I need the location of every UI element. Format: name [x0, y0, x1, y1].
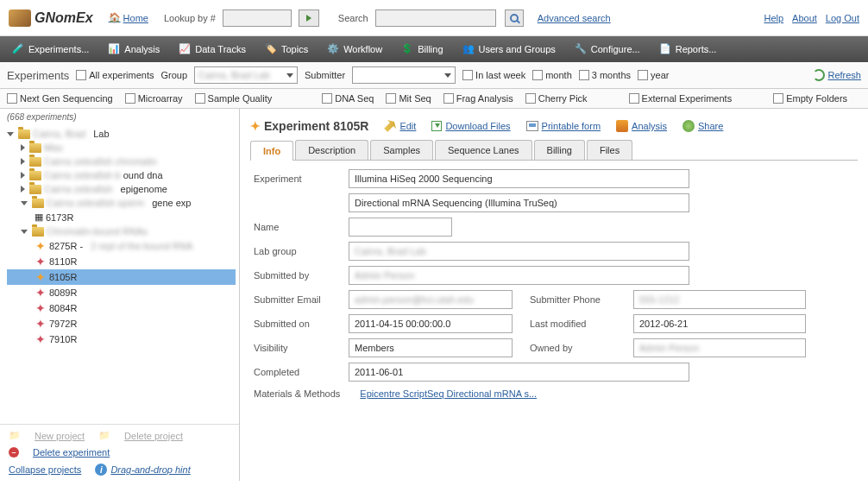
printable-form-link[interactable]: Printable form [526, 121, 601, 131]
submitted-by-field: Admin Person [349, 266, 689, 285]
nav-reports[interactable]: 📄Reports... [651, 37, 726, 61]
collapse-projects-link[interactable]: Collapse projects [9, 464, 81, 475]
submitter-phone-field: 555-1212 [633, 290, 806, 309]
nav-users-groups[interactable]: 👥Users and Groups [454, 37, 564, 61]
tree-item[interactable]: ✦8110R [7, 254, 236, 269]
nav-topics[interactable]: 🏷️Topics [256, 37, 317, 61]
advanced-search-link[interactable]: Advanced search [538, 13, 611, 23]
logout-link[interactable]: Log Out [826, 13, 859, 23]
experiment-label: Experiment [254, 174, 340, 184]
tree-item[interactable]: Cairns zebrafish chromatin [7, 155, 236, 168]
star-icon: ✦ [35, 271, 47, 283]
tag-icon: 🏷️ [265, 43, 277, 55]
help-link[interactable]: Help [764, 13, 783, 23]
tree-item[interactable]: ✦7910R [7, 331, 236, 347]
tree-lab-root[interactable]: Cairns, Brad Lab [7, 127, 236, 141]
lookup-go-button[interactable] [299, 9, 319, 27]
three-months-checkbox[interactable]: 3 months [579, 70, 631, 80]
tree-item[interactable]: Cairns zebrafish epigenome [7, 182, 236, 196]
download-files-link[interactable]: Download Files [431, 121, 510, 131]
folder-icon [29, 157, 41, 167]
home-link[interactable]: 🏠 Home [109, 12, 148, 23]
analysis-link[interactable]: Analysis [616, 120, 667, 132]
last-week-checkbox[interactable]: In last week [462, 70, 525, 80]
nav-billing[interactable]: 💲Billing [393, 37, 451, 61]
new-folder-icon: 📁 [9, 430, 21, 441]
share-icon [682, 120, 695, 132]
edit-link[interactable]: Edit [384, 120, 416, 132]
tree-item[interactable]: ✦8275R - 2 repl of the bound RNA [7, 238, 236, 254]
tab-samples[interactable]: Samples [370, 140, 433, 160]
lookup-input[interactable] [223, 9, 292, 27]
nav-workflow[interactable]: ⚙️Workflow [318, 37, 391, 61]
submitter-email-field: admin.person@hci.utah.edu [349, 290, 513, 309]
star-icon: ✦ [35, 302, 47, 314]
flask-icon: 🧪 [12, 43, 24, 55]
nav-configure[interactable]: 🔧Configure... [566, 37, 649, 61]
chevron-right-icon [21, 144, 25, 151]
tree-item[interactable]: Chromatin-bound RNAs [7, 224, 236, 238]
lab-group-label: Lab group [254, 246, 340, 256]
chevron-right-icon [21, 186, 25, 193]
submitter-dropdown[interactable] [352, 66, 456, 84]
tab-sequence-lanes[interactable]: Sequence Lanes [435, 140, 532, 160]
about-link[interactable]: About [792, 13, 817, 23]
edit-icon [382, 117, 399, 135]
lookup-label: Lookup by # [164, 13, 216, 23]
users-icon: 👥 [462, 43, 475, 55]
tree-item-selected[interactable]: ✦8105R [7, 269, 236, 285]
tab-info[interactable]: Info [250, 141, 293, 161]
search-label: Search [338, 13, 368, 23]
filter-sample-quality[interactable]: Sample Quality [195, 93, 273, 104]
filter-microarray[interactable]: Microarray [125, 93, 183, 104]
nav-data-tracks[interactable]: 📈Data Tracks [170, 37, 255, 61]
all-experiments-checkbox[interactable]: All experiments [76, 70, 154, 80]
tab-billing[interactable]: Billing [534, 140, 585, 160]
tab-description[interactable]: Description [295, 140, 368, 160]
billing-icon: 💲 [401, 43, 413, 55]
app-logo: GNomEx [9, 9, 93, 27]
filter-frag-analysis[interactable]: Frag Analysis [443, 93, 513, 104]
detail-tabs: Info Description Samples Sequence Lanes … [250, 140, 858, 161]
filter-cherry-pick[interactable]: Cherry Pick [525, 93, 588, 104]
report-icon: 📄 [659, 43, 671, 55]
experiment-tree: Cairns, Brad Lab Misc Cairns zebrafish c… [0, 125, 239, 424]
tree-item[interactable]: Misc [7, 141, 236, 155]
experiment-field: Illumina HiSeq 2000 Sequencing [349, 169, 689, 188]
tree-item[interactable]: ✦8089R [7, 285, 236, 300]
nav-experiments[interactable]: 🧪Experiments... [3, 37, 97, 61]
filter-dna-seq[interactable]: DNA Seq [322, 93, 374, 104]
logo-icon [9, 9, 31, 27]
star-icon: ✦ [35, 333, 47, 345]
refresh-link[interactable]: Refresh [813, 69, 861, 81]
tree-item[interactable]: ✦7972R [7, 316, 236, 331]
search-input[interactable] [375, 9, 496, 27]
drag-drop-hint-link[interactable]: Drag-and-drop hint [110, 464, 190, 475]
submitted-by-label: Submitted by [254, 270, 340, 281]
share-link[interactable]: Share [682, 120, 723, 132]
year-checkbox[interactable]: year [638, 70, 669, 80]
delete-experiment-link[interactable]: Delete experiment [33, 447, 110, 458]
filter-mit-seq[interactable]: Mit Seq [386, 93, 431, 104]
star-icon: ✦ [35, 240, 47, 252]
experiments-title: Experiments [7, 69, 69, 82]
experiment-count: (668 experiments) [0, 109, 239, 125]
folder-icon [32, 199, 44, 208]
tree-item[interactable]: ▦6173R [7, 210, 236, 224]
filter-ngs[interactable]: Next Gen Sequencing [7, 93, 113, 104]
search-button[interactable] [505, 9, 524, 27]
materials-methods-link[interactable]: Epicentre ScriptSeq Directional mRNA s..… [360, 388, 537, 399]
delete-project-link: Delete project [124, 431, 183, 441]
tree-item[interactable]: Cairns zebrafish bound dna [7, 168, 236, 182]
month-checkbox[interactable]: month [532, 70, 572, 80]
lab-group-field: Cairns, Brad Lab [349, 242, 689, 261]
nav-analysis[interactable]: 📊Analysis [99, 37, 168, 61]
tree-item[interactable]: ✦8084R [7, 300, 236, 316]
folder-icon [32, 227, 44, 237]
filter-empty-folders[interactable]: Empty Folders [773, 93, 847, 104]
tree-item[interactable]: Cairns zebrafish sperm gene exp [7, 196, 236, 210]
tab-files[interactable]: Files [587, 140, 632, 160]
group-dropdown[interactable]: Cairns, Brad Lab [194, 66, 298, 84]
submitter-email-label: Submitter Email [254, 294, 340, 305]
filter-external-experiments[interactable]: External Experiments [629, 93, 733, 104]
